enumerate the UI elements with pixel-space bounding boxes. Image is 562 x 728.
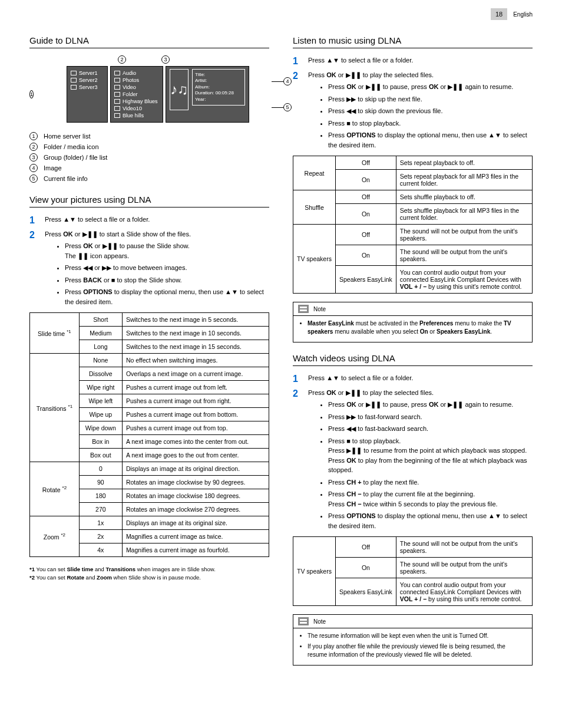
page-number: 18 [491,8,507,20]
video-options-table: TV speakers OffThe sound will not be out… [293,536,533,606]
right-column: Listen to music using DLNA Press ▲▼ to s… [293,35,533,676]
note-box-1: Note Master EasyLink must be activated i… [293,302,533,342]
page-language: English [513,11,533,18]
heading-watch-video: Watch videos using DLNA [293,353,533,366]
note-icon [298,305,309,313]
heading-listen-music: Listen to music using DLNA [293,35,533,48]
callout-4: 4 [283,77,292,85]
page-header: 18 English [491,8,533,20]
footnotes: *1 You can set Slide time and Transition… [29,565,269,582]
diagram-legend: 1Home server list 2Folder / media icon 3… [29,132,269,183]
callout-5: 5 [283,103,292,111]
heading-view-pictures: View your pictures using DLNA [29,195,269,207]
dlna-diagram: 2 3 1 Server1 Server2 Server3 Audio Phot… [29,55,269,123]
callout-1: 1 [29,90,34,98]
note-icon [298,617,309,625]
callout-2: 2 [118,55,126,64]
diagram-preview: ♪♫ Title: Artist: Album: Duration: 00:05… [166,66,249,123]
view-pictures-steps: Press ▲▼ to select a file or a folder. P… [29,215,269,307]
callout-3: 3 [161,55,170,64]
diagram-meta: Title: Artist: Album: Duration: 00:05:28… [192,69,245,106]
heading-guide: Guide to DLNA [29,35,269,48]
video-steps: Press ▲▼ to select a file or a folder. P… [293,373,533,531]
music-options-table: Repeat OffSets repeat playback to off. O… [293,156,533,294]
pictures-options-table: Slide time *1 ShortSwitches to the next … [29,312,269,557]
music-steps: Press ▲▼ to select a file or a folder. P… [293,55,533,150]
left-column: Guide to DLNA 2 3 1 Server1 Server2 Serv… [29,35,269,676]
diagram-media: Audio Photos Video Folder Highway Blues … [110,66,163,123]
note-box-2: Note The resume information will be kept… [293,614,533,666]
diagram-servers: Server1 Server2 Server3 [67,66,108,123]
music-note-icon: ♪♫ [170,69,189,110]
